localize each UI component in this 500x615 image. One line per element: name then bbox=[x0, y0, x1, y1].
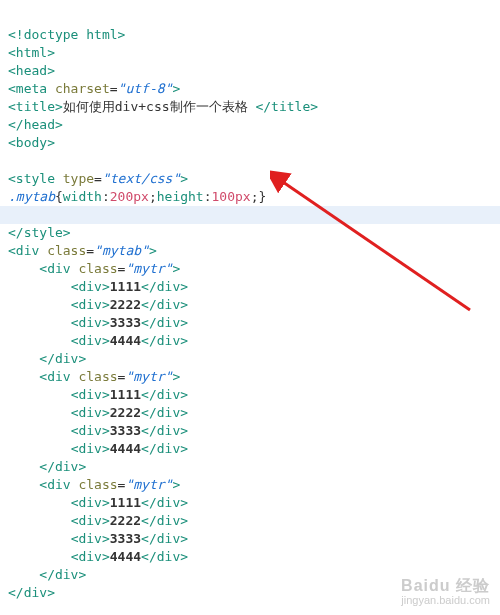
watermark-title: Baidu 经验 bbox=[401, 579, 490, 593]
body-open: <body> bbox=[8, 135, 55, 150]
html-open: <html> bbox=[8, 45, 55, 60]
css-selector: .mytab bbox=[8, 189, 55, 204]
code-block: <!doctype html> <html> <head> <meta char… bbox=[8, 8, 492, 615]
style-close: </style> bbox=[8, 225, 71, 240]
watermark: Baidu 经验 jingyan.baidu.com bbox=[401, 579, 490, 607]
watermark-url: jingyan.baidu.com bbox=[401, 593, 490, 607]
meta-open: <meta bbox=[8, 81, 55, 96]
head-close: </head> bbox=[8, 117, 63, 132]
title-text: 如何使用div+css制作一个表格 bbox=[63, 99, 256, 114]
style-open: <style bbox=[8, 171, 63, 186]
head-open: <head> bbox=[8, 63, 55, 78]
title-open: <title> bbox=[8, 99, 63, 114]
doctype: <!doctype html> bbox=[8, 27, 125, 42]
highlighted-line bbox=[0, 206, 500, 224]
